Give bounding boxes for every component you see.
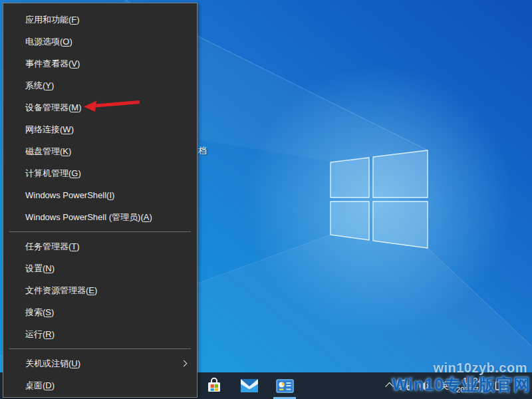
menu-item-label: 电源选项 — [25, 37, 60, 47]
system-app-button[interactable] — [271, 372, 298, 399]
menu-item-label: 磁盘管理 — [25, 146, 60, 156]
menu-item-label: 关机或注销 — [25, 358, 68, 368]
menu-item-accesskey: O — [63, 37, 69, 47]
menu-item-label: Windows PowerShell — [25, 190, 106, 200]
mail-icon — [240, 378, 259, 393]
menu-item-label: 计算机管理 — [25, 168, 68, 178]
menu-item-paren: ) — [78, 102, 81, 112]
menu-item-paren: ) — [78, 168, 80, 178]
menu-item-paren: ) — [68, 146, 71, 156]
menu-item-paren: ) — [51, 307, 54, 317]
menu-item-paren: ) — [52, 329, 55, 339]
menu-item-paren: ) — [76, 15, 79, 25]
menu-item-label: 设置 — [25, 263, 43, 273]
menu-item-label: 网络连接 — [25, 124, 60, 134]
ime-language-indicator[interactable]: 英 — [438, 380, 450, 392]
menu-item-network-connections[interactable]: 网络连接(W) — [3, 118, 197, 140]
taskbar-clock[interactable]: 11:34 2020/7/24 — [456, 377, 489, 394]
menu-item-label: 设备管理器 — [25, 102, 68, 112]
menu-item-label: 应用和功能 — [25, 15, 68, 25]
menu-separator — [9, 231, 191, 232]
menu-item-accesskey: D — [45, 380, 51, 390]
menu-item-windows-powershell-admin[interactable]: Windows PowerShell (管理员)(A) — [3, 206, 197, 228]
menu-item-label: 系统 — [25, 80, 43, 90]
menu-item-accesskey: U — [71, 358, 77, 368]
menu-item-paren: ) — [51, 80, 54, 90]
menu-item-task-manager[interactable]: 任务管理器(T) — [3, 235, 197, 257]
menu-item-paren: ) — [149, 212, 152, 222]
mail-button[interactable] — [236, 372, 263, 399]
menu-item-accesskey: R — [45, 329, 51, 339]
menu-item-paren: ) — [52, 263, 55, 273]
menu-item-label: 运行 — [25, 329, 43, 339]
menu-item-accesskey: G — [71, 168, 78, 178]
system-tray: 英 11:34 2020/7/24 — [385, 372, 508, 399]
menu-item-accesskey: K — [63, 146, 68, 156]
menu-item-desktop[interactable]: 桌面(D) — [3, 374, 197, 396]
menu-item-accesskey: M — [71, 102, 78, 112]
menu-item-paren: ) — [112, 190, 114, 200]
system-app-icon — [276, 379, 294, 393]
microsoft-store-button[interactable] — [201, 372, 227, 399]
menu-item-run[interactable]: 运行(R) — [3, 323, 197, 345]
menu-item-windows-powershell[interactable]: Windows PowerShell(I) — [3, 184, 197, 206]
menu-item-label: 文件资源管理器 — [25, 285, 86, 295]
menu-item-label: 事件查看器 — [25, 59, 68, 68]
menu-item-device-manager[interactable]: 设备管理器(M) — [3, 96, 197, 118]
menu-item-apps-and-features[interactable]: 应用和功能(F) — [3, 9, 197, 31]
menu-item-accesskey: N — [45, 263, 51, 273]
menu-item-power-options[interactable]: 电源选项(O) — [3, 31, 197, 53]
clock-date: 2020/7/24 — [456, 386, 489, 394]
submenu-chevron-icon — [181, 360, 188, 367]
menu-item-shutdown-or-signout[interactable]: 关机或注销(U) — [3, 352, 197, 374]
desktop-screen: 文档 — [0, 0, 532, 399]
menu-item-paren: ) — [71, 124, 74, 134]
menu-item-paren: ) — [94, 285, 97, 295]
clock-time: 11:34 — [456, 377, 489, 386]
menu-item-accesskey: E — [88, 285, 94, 295]
menu-item-settings[interactable]: 设置(N) — [3, 257, 197, 279]
network-icon[interactable] — [397, 380, 413, 392]
menu-item-paren: ) — [52, 380, 55, 390]
menu-item-computer-management[interactable]: 计算机管理(G) — [3, 162, 197, 184]
menu-item-paren: ) — [76, 241, 79, 251]
menu-item-paren: ) — [77, 59, 80, 68]
menu-item-label: Windows PowerShell (管理员) — [25, 212, 140, 222]
menu-item-file-explorer[interactable]: 文件资源管理器(E) — [3, 279, 197, 301]
menu-item-accesskey: S — [45, 307, 51, 317]
menu-item-paren: ) — [69, 37, 72, 47]
winx-context-menu: 应用和功能(F)电源选项(O)事件查看器(V)系统(Y)设备管理器(M)网络连接… — [3, 3, 198, 398]
menu-separator — [9, 348, 191, 349]
microsoft-store-icon — [205, 377, 223, 394]
menu-item-search[interactable]: 搜索(S) — [3, 301, 197, 323]
menu-item-system[interactable]: 系统(Y) — [3, 74, 197, 96]
menu-item-label: 桌面 — [25, 380, 43, 390]
menu-item-paren: ) — [78, 358, 80, 368]
menu-item-event-viewer[interactable]: 事件查看器(V) — [3, 53, 197, 74]
action-center-icon[interactable] — [495, 380, 508, 392]
menu-item-label: 搜索 — [25, 307, 43, 317]
menu-item-accesskey: W — [63, 124, 70, 134]
menu-item-disk-management[interactable]: 磁盘管理(K) — [3, 140, 197, 162]
menu-item-accesskey: Y — [45, 80, 51, 90]
menu-item-label: 任务管理器 — [25, 241, 68, 251]
volume-icon[interactable] — [419, 380, 432, 392]
taskbar-pinned-apps — [201, 372, 298, 399]
tray-overflow-chevron-icon[interactable] — [385, 382, 394, 390]
menu-item-accesskey: V — [71, 59, 77, 68]
